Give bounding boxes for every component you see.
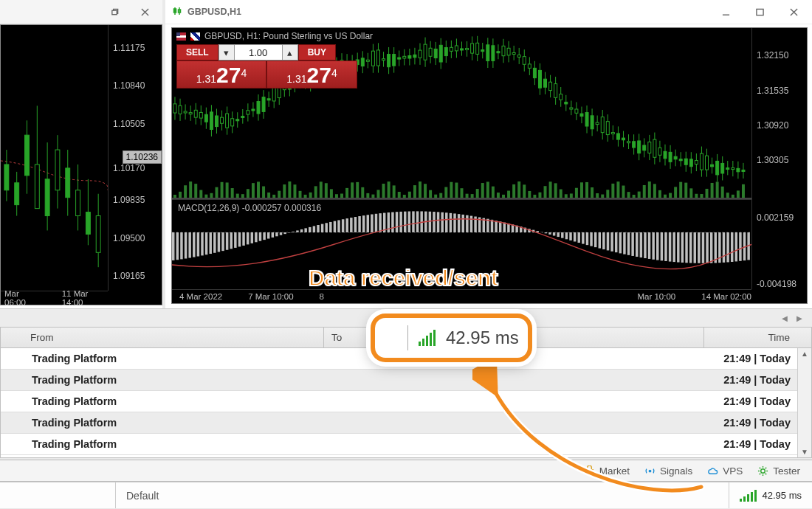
svg-rect-140	[466, 49, 469, 50]
svg-rect-274	[314, 186, 317, 198]
flag-us-icon	[176, 32, 186, 41]
svg-rect-400	[346, 218, 348, 232]
svg-rect-289	[393, 185, 396, 198]
tab-tester[interactable]: Tester	[757, 465, 800, 477]
tab-vps[interactable]: VPS	[707, 465, 743, 477]
svg-rect-317	[538, 193, 541, 198]
table-row[interactable]: Trading Platform 21:49 | Today	[1, 434, 811, 455]
svg-rect-34	[189, 113, 192, 114]
svg-rect-228	[695, 161, 698, 165]
svg-rect-477	[664, 232, 667, 261]
svg-rect-331	[611, 184, 614, 198]
svg-rect-318	[544, 186, 547, 198]
scroll-down-icon[interactable]: ▼	[801, 448, 808, 456]
left-chart-area[interactable]: 1.11175 1.10840 1.10505 1.10170 1.09835 …	[0, 24, 162, 305]
svg-rect-319	[549, 181, 552, 198]
svg-rect-321	[560, 190, 562, 198]
svg-rect-176	[560, 94, 562, 100]
svg-rect-484	[694, 232, 696, 263]
svg-rect-378	[255, 232, 257, 242]
svg-rect-397	[334, 221, 336, 232]
svg-rect-449	[548, 232, 551, 235]
tab-signals[interactable]: Signals	[644, 465, 692, 477]
svg-line-507	[765, 467, 766, 468]
svg-rect-302	[461, 188, 464, 198]
svg-rect-338	[648, 181, 651, 198]
svg-rect-381	[267, 232, 269, 239]
svg-rect-305	[476, 189, 479, 198]
lot-value[interactable]: 1.00	[235, 44, 282, 60]
svg-rect-365	[201, 232, 203, 255]
svg-rect-202	[627, 142, 630, 143]
log-col-from[interactable]: From	[23, 328, 324, 347]
svg-rect-383	[275, 232, 278, 236]
bid-price-box[interactable]: 1.31 27 4	[176, 60, 266, 89]
svg-rect-385	[283, 232, 286, 234]
svg-rect-468	[627, 232, 630, 255]
minimize-button[interactable]	[712, 3, 740, 21]
lot-dropdown-button[interactable]: ▾	[219, 44, 235, 60]
connection-status[interactable]: 42.95 ms	[729, 482, 812, 508]
status-profile[interactable]: Default	[115, 482, 558, 508]
svg-rect-16	[76, 190, 80, 216]
svg-rect-156	[507, 48, 510, 55]
tab-market[interactable]: Market	[584, 465, 630, 477]
svg-rect-50	[231, 119, 234, 126]
svg-rect-250	[189, 181, 192, 198]
svg-rect-244	[737, 168, 740, 171]
close-button[interactable]	[780, 3, 808, 21]
svg-rect-8	[35, 165, 39, 209]
svg-rect-363	[193, 232, 195, 257]
svg-rect-38	[199, 112, 202, 118]
bottom-tabs-bar: Market Signals VPS Tester	[0, 460, 812, 482]
svg-rect-306	[481, 183, 484, 198]
buy-button[interactable]: BUY	[298, 44, 336, 60]
svg-rect-160	[517, 55, 520, 57]
svg-rect-238	[721, 163, 724, 173]
svg-rect-216	[664, 151, 667, 158]
svg-rect-353	[726, 193, 729, 198]
svg-rect-166	[533, 68, 536, 77]
table-row[interactable]: Trading Platform 21:49 | Today	[1, 370, 811, 391]
svg-rect-391	[309, 227, 311, 232]
candlestick-icon	[173, 7, 182, 18]
table-row[interactable]: Trading Platform 21:49 | Today	[1, 391, 811, 412]
svg-rect-430	[470, 216, 472, 232]
maximize-button[interactable]	[746, 3, 774, 21]
svg-rect-218	[669, 152, 672, 162]
svg-rect-168	[538, 70, 541, 88]
chart-caption: GBPUSD, H1: Pound Sterling vs US Dollar	[176, 31, 373, 41]
svg-rect-261	[247, 189, 250, 198]
gbpusd-chart-area[interactable]: GBPUSD, H1: Pound Sterling vs US Dollar …	[171, 27, 808, 304]
svg-rect-222	[679, 159, 682, 161]
scroll-up-icon[interactable]: ▲	[801, 350, 808, 358]
svg-rect-437	[499, 221, 501, 232]
svg-rect-268	[283, 184, 286, 198]
lot-step-up-button[interactable]: ▴	[282, 44, 298, 60]
log-col-time[interactable]: Time	[704, 328, 797, 347]
scroll-left-button[interactable]: ◄	[780, 313, 790, 323]
svg-line-506	[760, 473, 760, 474]
log-cell-to	[324, 391, 704, 412]
svg-rect-495	[739, 232, 741, 261]
sell-button[interactable]: SELL	[176, 44, 219, 60]
svg-rect-26	[756, 9, 763, 15]
svg-rect-164	[528, 64, 531, 68]
svg-rect-340	[658, 190, 661, 198]
signal-bars-icon	[740, 490, 757, 502]
svg-rect-277	[330, 189, 333, 198]
svg-rect-471	[640, 232, 642, 257]
svg-rect-232	[706, 156, 709, 170]
restore-button[interactable]	[100, 3, 128, 21]
table-row[interactable]: Trading Platform 21:49 | Today	[1, 412, 811, 434]
scroll-right-button[interactable]: ►	[794, 313, 805, 323]
svg-rect-425	[450, 213, 452, 232]
svg-rect-345	[684, 183, 687, 198]
log-scrollbar[interactable]: ▲ ▼	[797, 348, 811, 457]
close-button[interactable]	[131, 3, 159, 21]
ask-price-box[interactable]: 1.31 27 4	[266, 60, 357, 89]
annotation-label: Data received/sent	[309, 266, 498, 291]
svg-rect-488	[710, 232, 712, 263]
svg-rect-401	[350, 218, 352, 232]
svg-rect-62	[262, 97, 265, 112]
